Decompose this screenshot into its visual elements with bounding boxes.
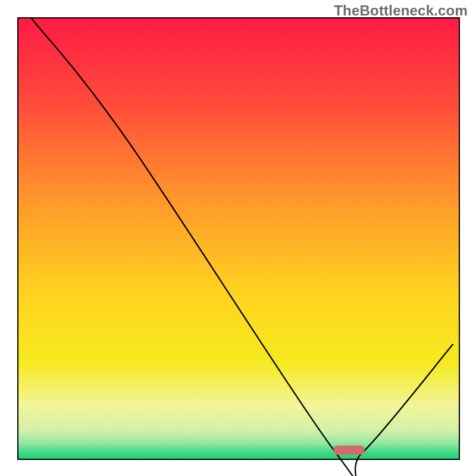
chart-container: { "watermark": "TheBottleneck.com", "cha… [0,0,476,476]
optimal-marker [334,446,365,455]
watermark-text: TheBottleneck.com [334,2,468,19]
plot-background [18,18,459,459]
bottleneck-chart [0,0,476,476]
plot-area [18,18,459,476]
